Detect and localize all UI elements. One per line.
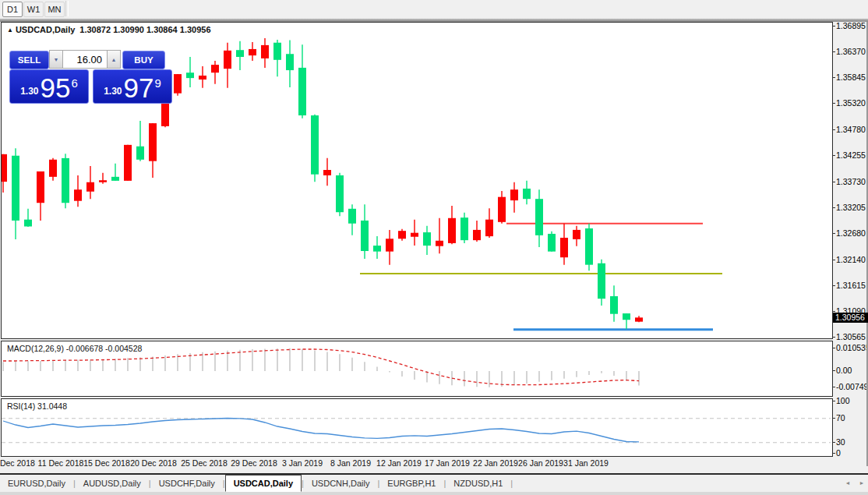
price-axis-tick bbox=[832, 182, 835, 182]
tab-eurgbp[interactable]: EURGBP,H1 bbox=[379, 476, 443, 491]
candle bbox=[149, 123, 157, 178]
toolbar-separator bbox=[65, 1, 69, 16]
price-axis-label: 1.36370 bbox=[836, 47, 866, 56]
timeframe-button-d1[interactable]: D1 bbox=[2, 2, 23, 17]
candle bbox=[12, 148, 19, 239]
tab-audusd[interactable]: AUDUSD,Daily bbox=[76, 476, 149, 491]
candle bbox=[473, 221, 481, 242]
candle bbox=[348, 204, 356, 235]
candle bbox=[336, 173, 344, 216]
candle bbox=[498, 191, 506, 224]
candle bbox=[460, 213, 468, 243]
candle bbox=[24, 209, 32, 227]
volume-input[interactable] bbox=[63, 50, 107, 69]
price-axis-label: 1.32140 bbox=[836, 255, 866, 264]
tab-eurusd[interactable]: EURUSD,Daily bbox=[0, 476, 73, 491]
candle bbox=[224, 43, 231, 88]
volume-increase-button[interactable]: ▲ bbox=[107, 50, 121, 69]
rsi-axis-tick bbox=[832, 442, 835, 443]
candle bbox=[311, 115, 319, 182]
price-axis-label: 1.36895 bbox=[836, 21, 866, 30]
candle bbox=[598, 260, 605, 306]
chart-title: ▲USDCAD,Daily1.30872 1.30990 1.30864 1.3… bbox=[7, 25, 211, 34]
rsi-axis-tick bbox=[832, 401, 835, 401]
macd-axis-tick bbox=[832, 387, 835, 387]
candle bbox=[361, 204, 369, 259]
up-arrow-icon: ▲ bbox=[111, 57, 117, 62]
sell-button[interactable]: SELL bbox=[9, 51, 49, 69]
sell-price-pip: 6 bbox=[71, 76, 77, 90]
tab-usdcad[interactable]: USDCAD,Daily bbox=[225, 475, 302, 492]
candle bbox=[86, 166, 94, 199]
candle bbox=[99, 173, 107, 184]
tab-scroll-left-button[interactable]: ◄ bbox=[842, 477, 854, 490]
chart-tab-bar: EURUSD,Daily|AUDUSD,Daily|USDCHF,Daily|U… bbox=[0, 475, 868, 492]
candle bbox=[523, 181, 531, 204]
candle bbox=[2, 154, 7, 193]
timeframe-button-mn[interactable]: MN bbox=[44, 2, 65, 17]
rsi-panel: RSI(14) 31.0448 bbox=[1, 398, 833, 457]
candle bbox=[423, 226, 431, 255]
scroll-left-icon: ◄ bbox=[845, 480, 851, 486]
buy-price-main: 97 bbox=[124, 76, 154, 100]
candle bbox=[37, 171, 44, 221]
rsi-axis-tick bbox=[832, 418, 835, 419]
candle bbox=[386, 230, 393, 265]
bottom-strip bbox=[0, 492, 868, 495]
macd-axis-label: -0.007498 bbox=[836, 382, 868, 391]
price-axis-tick bbox=[832, 51, 835, 52]
candle bbox=[610, 285, 618, 322]
price-axis-tick bbox=[832, 337, 835, 338]
rsi-label: RSI(14) 31.0448 bbox=[7, 401, 67, 411]
candle bbox=[124, 145, 132, 181]
sell-price-button[interactable]: 1.30956 bbox=[9, 69, 89, 104]
chart-symbol-period: USDCAD,Daily bbox=[16, 25, 75, 34]
candle bbox=[74, 175, 82, 207]
candle bbox=[249, 42, 256, 61]
candle bbox=[436, 218, 443, 253]
buy-button[interactable]: BUY bbox=[122, 51, 165, 69]
date-axis-label: 15 Dec 2018 bbox=[83, 458, 130, 468]
price-axis-tick bbox=[832, 77, 835, 78]
price-axis-tick bbox=[832, 260, 835, 260]
volume-decrease-button[interactable]: ▼ bbox=[49, 50, 63, 69]
tab-separator: | bbox=[510, 479, 513, 488]
candle bbox=[510, 182, 518, 213]
candle bbox=[485, 208, 493, 238]
buy-price-button[interactable]: 1.30979 bbox=[93, 69, 172, 104]
date-axis-label: 8 Jan 2019 bbox=[330, 458, 371, 468]
buy-price-pip: 9 bbox=[154, 76, 161, 90]
candle bbox=[298, 44, 306, 118]
macd-axis-label: 0.00 bbox=[836, 366, 852, 375]
timeframe-button-w1[interactable]: W1 bbox=[23, 2, 44, 17]
candle bbox=[573, 226, 580, 246]
tab-usdchf[interactable]: USDCHF,Daily bbox=[151, 476, 223, 491]
rsi-axis-label: 70 bbox=[836, 413, 845, 423]
candle bbox=[199, 66, 206, 88]
candle bbox=[211, 61, 219, 84]
candle bbox=[623, 313, 630, 329]
tab-nzdusd[interactable]: NZDUSD,H1 bbox=[446, 476, 510, 491]
volume-stepper: ▼ ▲ bbox=[49, 50, 121, 69]
candle bbox=[585, 224, 593, 271]
price-axis-tick bbox=[832, 311, 835, 312]
candle bbox=[373, 236, 381, 259]
sell-price-prefix: 1.30 bbox=[20, 86, 38, 97]
buy-price-prefix: 1.30 bbox=[104, 86, 122, 97]
price-axis-label: 1.34255 bbox=[836, 150, 866, 160]
candle bbox=[111, 164, 119, 181]
price-axis-label: 1.33205 bbox=[836, 203, 866, 212]
price-axis-tick bbox=[832, 233, 835, 234]
rsi-chart bbox=[2, 399, 831, 454]
mt4-window: D1W1MN ▲USDCAD,Daily1.30872 1.30990 1.30… bbox=[0, 0, 868, 495]
timeframe-toolbar: D1W1MN bbox=[0, 0, 868, 18]
date-axis-label: 11 Dec 2018 bbox=[38, 458, 84, 468]
date-axis-label: 31 Jan 2019 bbox=[563, 458, 609, 468]
collapse-chart-icon[interactable]: ▲ bbox=[7, 27, 13, 34]
candle bbox=[448, 206, 456, 244]
date-axis-label: 17 Jan 2019 bbox=[425, 458, 470, 468]
rsi-axis-label: 30 bbox=[836, 437, 845, 447]
tab-scroll-right-button[interactable]: ► bbox=[856, 477, 868, 490]
tab-usdcnh[interactable]: USDCNH,Daily bbox=[304, 476, 378, 491]
date-axis-label: 25 Dec 2018 bbox=[181, 458, 228, 468]
